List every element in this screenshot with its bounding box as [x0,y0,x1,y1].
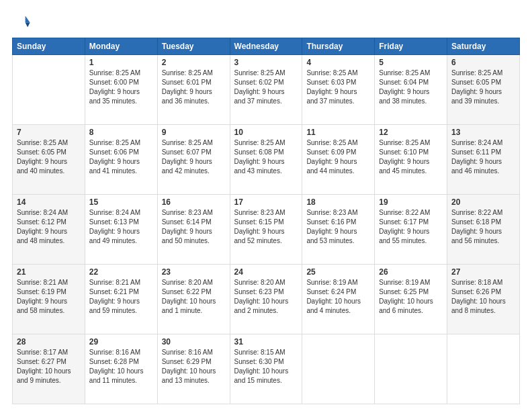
day-number: 28 [17,337,81,347]
day-number: 18 [306,197,370,207]
day-info: Sunrise: 8:24 AM Sunset: 6:11 PM Dayligh… [451,138,515,176]
day-info: Sunrise: 8:19 AM Sunset: 6:24 PM Dayligh… [306,278,370,316]
logo [12,12,34,31]
calendar-cell: 24Sunrise: 8:20 AM Sunset: 6:23 PM Dayli… [230,265,302,334]
day-number: 1 [89,58,153,67]
calendar-cell: 22Sunrise: 8:21 AM Sunset: 6:21 PM Dayli… [85,265,157,334]
calendar-cell: 19Sunrise: 8:22 AM Sunset: 6:17 PM Dayli… [375,195,447,265]
calendar-cell: 26Sunrise: 8:19 AM Sunset: 6:25 PM Dayli… [375,265,447,334]
calendar-cell [447,334,520,404]
day-number: 8 [89,128,153,137]
calendar-cell: 21Sunrise: 8:21 AM Sunset: 6:19 PM Dayli… [13,265,85,334]
day-number: 10 [234,128,298,137]
day-number: 9 [162,128,226,137]
day-number: 26 [379,267,443,277]
calendar-cell: 1Sunrise: 8:25 AM Sunset: 6:00 PM Daylig… [85,55,157,125]
day-info: Sunrise: 8:15 AM Sunset: 6:30 PM Dayligh… [234,348,298,385]
day-info: Sunrise: 8:25 AM Sunset: 6:06 PM Dayligh… [89,138,153,176]
calendar-cell: 27Sunrise: 8:18 AM Sunset: 6:26 PM Dayli… [447,265,520,334]
weekday-header-wednesday: Wednesday [230,38,302,55]
day-number: 25 [306,267,370,277]
day-number: 4 [306,58,370,67]
calendar-cell: 3Sunrise: 8:25 AM Sunset: 6:02 PM Daylig… [230,55,302,125]
day-info: Sunrise: 8:25 AM Sunset: 6:08 PM Dayligh… [234,138,298,176]
calendar-cell: 11Sunrise: 8:25 AM Sunset: 6:09 PM Dayli… [302,125,375,195]
weekday-header-monday: Monday [85,38,157,55]
calendar-cell [375,334,447,404]
day-number: 29 [89,337,153,347]
day-info: Sunrise: 8:25 AM Sunset: 6:10 PM Dayligh… [379,138,443,176]
day-number: 2 [162,58,226,67]
week-row-2: 14Sunrise: 8:24 AM Sunset: 6:12 PM Dayli… [13,195,520,265]
day-number: 14 [17,197,81,207]
calendar-cell: 18Sunrise: 8:23 AM Sunset: 6:16 PM Dayli… [302,195,375,265]
week-row-1: 7Sunrise: 8:25 AM Sunset: 6:05 PM Daylig… [13,125,520,195]
day-number: 21 [17,267,81,277]
calendar-cell: 5Sunrise: 8:25 AM Sunset: 6:04 PM Daylig… [375,55,447,125]
day-info: Sunrise: 8:21 AM Sunset: 6:19 PM Dayligh… [17,278,81,316]
weekday-header-thursday: Thursday [302,38,375,55]
day-info: Sunrise: 8:25 AM Sunset: 6:07 PM Dayligh… [162,138,226,176]
day-info: Sunrise: 8:25 AM Sunset: 6:03 PM Dayligh… [306,68,370,106]
day-number: 17 [234,197,298,207]
day-info: Sunrise: 8:16 AM Sunset: 6:29 PM Dayligh… [162,348,226,385]
day-info: Sunrise: 8:25 AM Sunset: 6:00 PM Dayligh… [89,68,153,106]
day-info: Sunrise: 8:25 AM Sunset: 6:05 PM Dayligh… [451,68,515,106]
day-number: 30 [162,337,226,347]
weekday-header-sunday: Sunday [13,38,85,55]
calendar-cell: 29Sunrise: 8:16 AM Sunset: 6:28 PM Dayli… [85,334,157,404]
calendar-cell: 12Sunrise: 8:25 AM Sunset: 6:10 PM Dayli… [375,125,447,195]
day-number: 16 [162,197,226,207]
calendar-header: SundayMondayTuesdayWednesdayThursdayFrid… [13,38,520,55]
weekday-header-saturday: Saturday [447,38,520,55]
day-number: 20 [451,197,515,207]
day-info: Sunrise: 8:20 AM Sunset: 6:23 PM Dayligh… [234,278,298,316]
day-number: 23 [162,267,226,277]
calendar-cell: 16Sunrise: 8:23 AM Sunset: 6:14 PM Dayli… [157,195,230,265]
day-info: Sunrise: 8:22 AM Sunset: 6:17 PM Dayligh… [379,208,443,246]
day-info: Sunrise: 8:23 AM Sunset: 6:14 PM Dayligh… [162,208,226,246]
calendar-cell: 7Sunrise: 8:25 AM Sunset: 6:05 PM Daylig… [13,125,85,195]
calendar-cell: 13Sunrise: 8:24 AM Sunset: 6:11 PM Dayli… [447,125,520,195]
day-info: Sunrise: 8:19 AM Sunset: 6:25 PM Dayligh… [379,278,443,316]
day-number: 11 [306,128,370,137]
day-info: Sunrise: 8:24 AM Sunset: 6:13 PM Dayligh… [89,208,153,246]
calendar-cell [13,55,85,125]
calendar-cell: 14Sunrise: 8:24 AM Sunset: 6:12 PM Dayli… [13,195,85,265]
week-row-0: 1Sunrise: 8:25 AM Sunset: 6:00 PM Daylig… [13,55,520,125]
calendar-cell: 2Sunrise: 8:25 AM Sunset: 6:01 PM Daylig… [157,55,230,125]
day-info: Sunrise: 8:20 AM Sunset: 6:22 PM Dayligh… [162,278,226,316]
calendar-body: 1Sunrise: 8:25 AM Sunset: 6:00 PM Daylig… [13,55,520,404]
week-row-3: 21Sunrise: 8:21 AM Sunset: 6:19 PM Dayli… [13,265,520,334]
calendar-cell: 31Sunrise: 8:15 AM Sunset: 6:30 PM Dayli… [230,334,302,404]
day-info: Sunrise: 8:25 AM Sunset: 6:01 PM Dayligh… [162,68,226,106]
header [12,12,520,31]
day-info: Sunrise: 8:25 AM Sunset: 6:04 PM Dayligh… [379,68,443,106]
day-number: 31 [234,337,298,347]
calendar: SundayMondayTuesdayWednesdayThursdayFrid… [12,38,520,404]
day-info: Sunrise: 8:22 AM Sunset: 6:18 PM Dayligh… [451,208,515,246]
day-info: Sunrise: 8:21 AM Sunset: 6:21 PM Dayligh… [89,278,153,316]
calendar-cell: 30Sunrise: 8:16 AM Sunset: 6:29 PM Dayli… [157,334,230,404]
day-info: Sunrise: 8:24 AM Sunset: 6:12 PM Dayligh… [17,208,81,246]
svg-marker-1 [26,22,30,27]
weekday-header-row: SundayMondayTuesdayWednesdayThursdayFrid… [13,38,520,55]
day-info: Sunrise: 8:17 AM Sunset: 6:27 PM Dayligh… [17,348,81,385]
day-number: 7 [17,128,81,137]
day-number: 12 [379,128,443,137]
day-info: Sunrise: 8:25 AM Sunset: 6:09 PM Dayligh… [306,138,370,176]
calendar-cell: 20Sunrise: 8:22 AM Sunset: 6:18 PM Dayli… [447,195,520,265]
day-number: 3 [234,58,298,67]
calendar-cell: 15Sunrise: 8:24 AM Sunset: 6:13 PM Dayli… [85,195,157,265]
calendar-cell: 6Sunrise: 8:25 AM Sunset: 6:05 PM Daylig… [447,55,520,125]
calendar-cell: 8Sunrise: 8:25 AM Sunset: 6:06 PM Daylig… [85,125,157,195]
day-number: 13 [451,128,515,137]
day-number: 5 [379,58,443,67]
calendar-cell: 9Sunrise: 8:25 AM Sunset: 6:07 PM Daylig… [157,125,230,195]
svg-marker-0 [26,16,30,23]
calendar-cell: 28Sunrise: 8:17 AM Sunset: 6:27 PM Dayli… [13,334,85,404]
calendar-cell: 4Sunrise: 8:25 AM Sunset: 6:03 PM Daylig… [302,55,375,125]
day-number: 6 [451,58,515,67]
page: SundayMondayTuesdayWednesdayThursdayFrid… [0,0,532,411]
day-number: 19 [379,197,443,207]
